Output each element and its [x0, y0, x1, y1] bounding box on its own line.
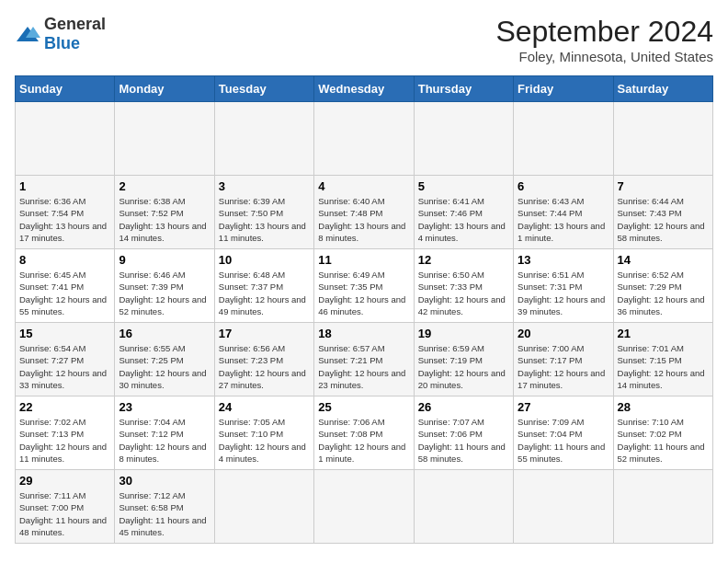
calendar-cell: 30Sunrise: 7:12 AMSunset: 6:58 PMDayligh…	[115, 470, 214, 544]
day-number: 18	[318, 327, 409, 340]
calendar-cell	[214, 102, 313, 176]
calendar-cell: 5Sunrise: 6:41 AMSunset: 7:46 PMDaylight…	[414, 176, 513, 249]
day-info: Sunrise: 6:48 AMSunset: 7:37 PMDaylight:…	[219, 269, 310, 317]
calendar-cell: 24Sunrise: 7:05 AMSunset: 7:10 PMDayligh…	[214, 396, 313, 470]
day-number: 21	[618, 327, 709, 340]
day-number: 22	[19, 400, 110, 414]
logo-general: General	[44, 15, 106, 33]
logo: General Blue	[15, 15, 106, 53]
day-info: Sunrise: 6:36 AMSunset: 7:54 PMDaylight:…	[19, 195, 110, 244]
calendar-cell: 21Sunrise: 7:01 AMSunset: 7:15 PMDayligh…	[613, 323, 712, 396]
calendar-cell: 26Sunrise: 7:07 AMSunset: 7:06 PMDayligh…	[414, 396, 513, 470]
day-info: Sunrise: 6:56 AMSunset: 7:23 PMDaylight:…	[219, 342, 310, 391]
day-number: 28	[618, 400, 709, 414]
day-info: Sunrise: 6:55 AMSunset: 7:25 PMDaylight:…	[119, 342, 210, 391]
day-info: Sunrise: 6:59 AMSunset: 7:19 PMDaylight:…	[418, 342, 509, 391]
day-number: 23	[119, 400, 210, 414]
day-info: Sunrise: 6:40 AMSunset: 7:48 PMDaylight:…	[318, 195, 409, 244]
calendar-cell: 27Sunrise: 7:09 AMSunset: 7:04 PMDayligh…	[514, 396, 613, 470]
day-info: Sunrise: 6:57 AMSunset: 7:21 PMDaylight:…	[318, 342, 409, 391]
day-number: 25	[318, 400, 409, 414]
calendar-cell: 18Sunrise: 6:57 AMSunset: 7:21 PMDayligh…	[314, 323, 414, 396]
location-title: Foley, Minnesota, United States	[495, 49, 713, 64]
day-number: 27	[518, 400, 609, 414]
day-number: 29	[19, 474, 110, 488]
day-number: 24	[219, 400, 310, 414]
calendar-cell: 11Sunrise: 6:49 AMSunset: 7:35 PMDayligh…	[314, 249, 414, 323]
col-header-thursday: Thursday	[414, 76, 513, 102]
day-info: Sunrise: 6:41 AMSunset: 7:46 PMDaylight:…	[418, 195, 509, 244]
col-header-friday: Friday	[514, 76, 613, 102]
calendar-cell: 14Sunrise: 6:52 AMSunset: 7:29 PMDayligh…	[613, 249, 712, 323]
calendar-cell: 1Sunrise: 6:36 AMSunset: 7:54 PMDaylight…	[16, 176, 115, 249]
calendar-cell	[414, 102, 513, 176]
calendar-cell	[613, 470, 712, 544]
calendar-cell: 23Sunrise: 7:04 AMSunset: 7:12 PMDayligh…	[115, 396, 214, 470]
day-number: 9	[119, 253, 210, 267]
col-header-tuesday: Tuesday	[214, 76, 313, 102]
day-number: 8	[19, 253, 110, 267]
day-info: Sunrise: 7:07 AMSunset: 7:06 PMDaylight:…	[418, 416, 509, 465]
day-info: Sunrise: 7:01 AMSunset: 7:15 PMDaylight:…	[618, 342, 709, 391]
col-header-wednesday: Wednesday	[314, 76, 414, 102]
col-header-monday: Monday	[115, 76, 214, 102]
day-number: 12	[418, 253, 509, 267]
calendar-cell: 10Sunrise: 6:48 AMSunset: 7:37 PMDayligh…	[214, 249, 313, 323]
calendar-cell: 29Sunrise: 7:11 AMSunset: 7:00 PMDayligh…	[16, 470, 115, 544]
day-number: 1	[19, 179, 110, 193]
day-info: Sunrise: 6:44 AMSunset: 7:43 PMDaylight:…	[618, 195, 709, 244]
day-info: Sunrise: 6:38 AMSunset: 7:52 PMDaylight:…	[119, 195, 210, 244]
calendar-cell	[314, 470, 414, 544]
day-number: 30	[119, 474, 210, 488]
day-info: Sunrise: 7:05 AMSunset: 7:10 PMDaylight:…	[219, 416, 310, 465]
day-info: Sunrise: 6:39 AMSunset: 7:50 PMDaylight:…	[219, 195, 310, 244]
calendar-cell	[514, 470, 613, 544]
day-info: Sunrise: 6:50 AMSunset: 7:33 PMDaylight:…	[418, 269, 509, 317]
day-number: 5	[418, 179, 509, 193]
day-number: 10	[219, 253, 310, 267]
day-info: Sunrise: 7:04 AMSunset: 7:12 PMDaylight:…	[119, 416, 210, 465]
calendar-cell	[16, 102, 115, 176]
day-number: 7	[618, 179, 709, 193]
day-number: 6	[518, 179, 609, 193]
calendar-cell: 7Sunrise: 6:44 AMSunset: 7:43 PMDaylight…	[613, 176, 712, 249]
calendar-cell	[414, 470, 513, 544]
day-number: 13	[518, 253, 609, 267]
day-info: Sunrise: 6:45 AMSunset: 7:41 PMDaylight:…	[19, 269, 110, 317]
day-info: Sunrise: 6:51 AMSunset: 7:31 PMDaylight:…	[518, 269, 609, 317]
day-info: Sunrise: 7:00 AMSunset: 7:17 PMDaylight:…	[518, 342, 609, 391]
day-number: 19	[418, 327, 509, 340]
calendar-table: SundayMondayTuesdayWednesdayThursdayFrid…	[15, 75, 713, 544]
col-header-saturday: Saturday	[613, 76, 712, 102]
day-info: Sunrise: 7:11 AMSunset: 7:00 PMDaylight:…	[19, 489, 110, 538]
calendar-cell: 16Sunrise: 6:55 AMSunset: 7:25 PMDayligh…	[115, 323, 214, 396]
calendar-cell: 20Sunrise: 7:00 AMSunset: 7:17 PMDayligh…	[514, 323, 613, 396]
day-number: 20	[518, 327, 609, 340]
day-info: Sunrise: 7:09 AMSunset: 7:04 PMDaylight:…	[518, 416, 609, 465]
day-number: 11	[318, 253, 409, 267]
day-info: Sunrise: 7:06 AMSunset: 7:08 PMDaylight:…	[318, 416, 409, 465]
calendar-cell: 28Sunrise: 7:10 AMSunset: 7:02 PMDayligh…	[613, 396, 712, 470]
month-title: September 2024	[495, 15, 713, 49]
col-header-sunday: Sunday	[16, 76, 115, 102]
calendar-cell: 12Sunrise: 6:50 AMSunset: 7:33 PMDayligh…	[414, 249, 513, 323]
day-number: 4	[318, 179, 409, 193]
day-info: Sunrise: 6:52 AMSunset: 7:29 PMDaylight:…	[618, 269, 709, 317]
day-number: 2	[119, 179, 210, 193]
calendar-cell	[514, 102, 613, 176]
calendar-cell	[214, 470, 313, 544]
calendar-cell: 25Sunrise: 7:06 AMSunset: 7:08 PMDayligh…	[314, 396, 414, 470]
calendar-cell	[314, 102, 414, 176]
day-info: Sunrise: 7:12 AMSunset: 6:58 PMDaylight:…	[119, 489, 210, 538]
day-number: 15	[19, 327, 110, 340]
day-info: Sunrise: 6:54 AMSunset: 7:27 PMDaylight:…	[19, 342, 110, 391]
logo-blue: Blue	[44, 34, 80, 52]
day-info: Sunrise: 7:02 AMSunset: 7:13 PMDaylight:…	[19, 416, 110, 465]
calendar-cell: 17Sunrise: 6:56 AMSunset: 7:23 PMDayligh…	[214, 323, 313, 396]
day-info: Sunrise: 6:43 AMSunset: 7:44 PMDaylight:…	[518, 195, 609, 244]
day-number: 16	[119, 327, 210, 340]
calendar-cell	[115, 102, 214, 176]
calendar-cell: 15Sunrise: 6:54 AMSunset: 7:27 PMDayligh…	[16, 323, 115, 396]
calendar-cell	[613, 102, 712, 176]
day-info: Sunrise: 7:10 AMSunset: 7:02 PMDaylight:…	[618, 416, 709, 465]
